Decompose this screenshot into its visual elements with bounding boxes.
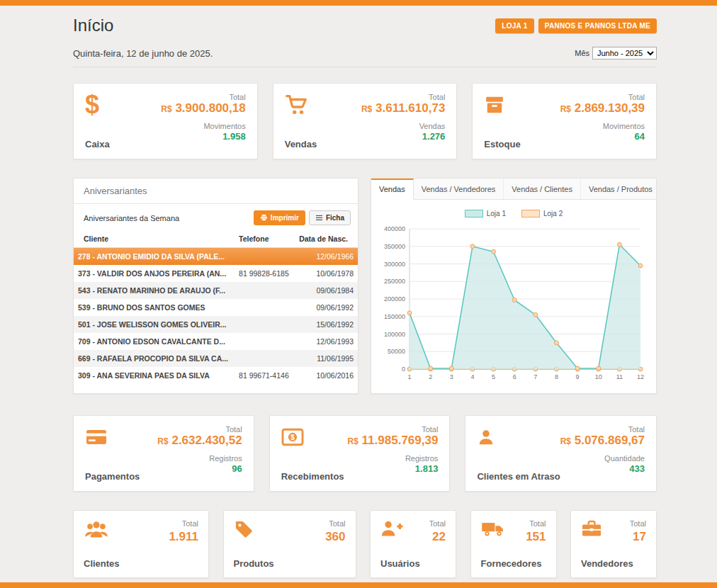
birthdays-title: Aniversariantes (74, 179, 358, 204)
total-amount: R$ 11.985.769,39 (348, 434, 439, 448)
sales-area-chart: 0500001000001500002000002500003000003500… (377, 222, 650, 386)
box-icon (484, 93, 511, 117)
phone-cell: 81 99828-6185 (235, 265, 294, 282)
table-header-row: Cliente Telefone Data de Nasc. (74, 231, 358, 248)
count-card-clientes: Total 1.911 Clientes (73, 510, 209, 578)
bottom-accent-bar (0, 582, 717, 588)
table-row[interactable]: 709 - ANTONIO EDSON CAVALCANTE D... 12/0… (74, 333, 358, 350)
metric-label: Movimentos (161, 122, 245, 130)
svg-text:100000: 100000 (384, 331, 405, 338)
table-row[interactable]: 278 - ANTONIO EMIDIO DA SILVA (PALE... 1… (74, 248, 358, 266)
birth-cell: 12/06/1966 (294, 248, 358, 266)
month-filter: Mês Junho - 2025 (575, 47, 657, 60)
loja1-swatch (465, 210, 483, 217)
phone-cell: 81 99671-4146 (235, 367, 294, 384)
count-label: Usuários (380, 558, 420, 569)
column-data-nasc: Data de Nasc. (294, 231, 358, 248)
tag-icon (234, 519, 254, 539)
metric-label: Registros (348, 454, 439, 463)
company-button[interactable]: PANNOS E PANNOS LTDA ME (538, 18, 657, 33)
tab-vendas-vendedores[interactable]: Vendas / Vendedores (414, 179, 504, 199)
chart-area: Loja 1 Loja 2 05000010000015000020000025… (371, 200, 656, 393)
current-date: Quinta-feira, 12 de junho de 2025. (73, 48, 213, 59)
birth-cell: 11/06/1995 (294, 350, 358, 367)
stat-card-label: Clientes em Atraso (477, 471, 560, 482)
stat-card-vendas: Vendas Total R$ 3.611.610,73 Vendas 1.27… (273, 83, 458, 159)
table-row[interactable]: 543 - RENATO MARINHO DE ARAUJO (F... 09/… (74, 282, 358, 299)
person-icon (477, 425, 504, 449)
svg-text:50000: 50000 (388, 348, 405, 355)
page-container: Início LOJA 1 PANNOS E PANNOS LTDA ME Qu… (73, 0, 657, 578)
total-label: Total (161, 93, 245, 101)
stat-card-estoque: Estoque Total R$ 2.869.130,39 Movimentos… (472, 83, 657, 159)
total-label: Total (182, 519, 198, 528)
count-card-usuarios: Total 22 Usuários (370, 510, 456, 578)
stat-card-label: Vendas (285, 139, 317, 149)
total-amount: R$ 3.900.800,18 (161, 101, 245, 115)
table-row[interactable]: 539 - BRUNO DOS SANTOS GOMES 09/06/1992 (74, 299, 358, 316)
count-value: 360 (325, 530, 345, 544)
stat-card-label: Estoque (484, 139, 520, 149)
user-plus-icon (380, 519, 403, 538)
svg-text:6: 6 (513, 373, 516, 380)
total-label: Total (348, 425, 439, 434)
table-row[interactable]: 373 - VALDIR DOS ANJOS PEREIRA (AN... 81… (74, 265, 358, 282)
store-button[interactable]: LOJA 1 (495, 18, 533, 33)
legend-item-loja2[interactable]: Loja 2 (521, 210, 563, 217)
birth-cell: 15/06/1992 (294, 316, 358, 333)
legend-item-loja1[interactable]: Loja 1 (465, 210, 506, 217)
list-icon (315, 214, 323, 222)
month-select[interactable]: Junho - 2025 (592, 47, 657, 60)
tab-vendas-clientes[interactable]: Vendas / Clientes (504, 179, 581, 199)
count-label: Produtos (234, 558, 274, 569)
metric-label: Movimentos (560, 122, 645, 130)
phone-cell (235, 350, 294, 367)
birth-cell: 09/06/1992 (294, 299, 358, 316)
birth-cell: 09/06/1984 (294, 282, 358, 299)
chart-tabs: Vendas Vendas / Vendedores Vendas / Clie… (371, 179, 656, 200)
ficha-button[interactable]: Ficha (309, 210, 351, 225)
total-amount: R$ 2.869.130,39 (560, 101, 645, 115)
legend-label: Loja 2 (543, 210, 563, 217)
count-card-fornecedores: Total 151 Fornecedores (470, 510, 557, 578)
month-label: Mês (575, 49, 589, 57)
metric-value: 1.813 (348, 463, 439, 474)
credit-card-icon (85, 425, 112, 449)
svg-text:350000: 350000 (384, 243, 405, 250)
client-cell: 669 - RAFAELA PROCOPIO DA SILVA CA... (74, 350, 235, 367)
printer-icon (260, 214, 268, 222)
stat-card-label: Caixa (85, 139, 112, 149)
column-cliente: Cliente (74, 231, 235, 248)
total-label: Total (361, 93, 445, 101)
truck-icon (481, 519, 505, 538)
tab-vendas-produtos[interactable]: Vendas / Produtos (581, 179, 661, 199)
total-label: Total (329, 519, 345, 528)
table-row[interactable]: 309 - ANA SEVERINA PAES DA SILVA 81 9967… (74, 367, 358, 384)
total-label: Total (560, 93, 645, 101)
svg-text:1: 1 (407, 373, 411, 380)
table-row[interactable]: 501 - JOSE WELISSON GOMES OLIVEIR... 15/… (74, 316, 358, 333)
tab-vendas[interactable]: Vendas (371, 179, 414, 200)
client-cell: 373 - VALDIR DOS ANJOS PEREIRA (AN... (74, 265, 235, 282)
chart-legend: Loja 1 Loja 2 (377, 210, 650, 217)
metric-value: 433 (560, 463, 645, 474)
cart-icon (285, 93, 312, 117)
total-amount: R$ 3.611.610,73 (361, 101, 445, 115)
svg-text:4: 4 (470, 373, 474, 380)
briefcase-icon (581, 519, 602, 538)
total-label: Total (429, 519, 446, 528)
count-value: 17 (633, 530, 646, 544)
print-button[interactable]: Imprimir (254, 210, 305, 225)
stat-card-recebimentos: $ Recebimentos Total R$ 11.985.769,39 Re… (269, 415, 451, 492)
coin-icon: $ (281, 425, 308, 449)
phone-cell (235, 248, 294, 266)
svg-text:12: 12 (637, 373, 644, 380)
svg-text:400000: 400000 (384, 225, 405, 232)
total-amount: R$ 2.632.430,52 (157, 434, 242, 448)
date-row: Quinta-feira, 12 de junho de 2025. Mês J… (73, 47, 657, 67)
phone-cell (235, 282, 294, 299)
dollar-icon: $ (85, 93, 112, 117)
table-row[interactable]: 669 - RAFAELA PROCOPIO DA SILVA CA... 11… (74, 350, 358, 367)
svg-text:8: 8 (555, 373, 558, 380)
stat-card-label: Pagamentos (85, 471, 140, 482)
